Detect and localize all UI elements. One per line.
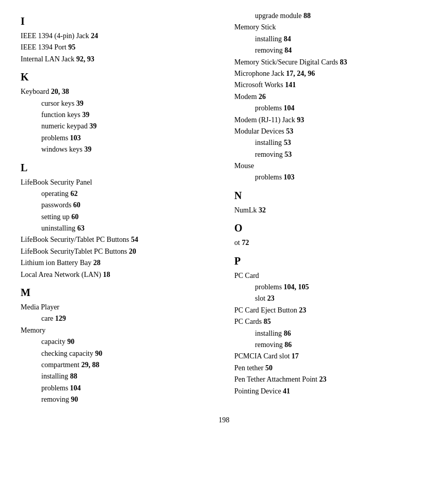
index-entry: ot 72	[234, 237, 427, 249]
index-entry: LifeBook Security Panel	[21, 177, 214, 188]
index-entry: Modular Devices 53	[234, 126, 427, 137]
section-letter: K	[21, 71, 214, 83]
index-entry: removing 53	[234, 149, 427, 160]
index-entry: uninstalling 63	[21, 223, 214, 234]
index-entry: problems 103	[234, 172, 427, 183]
index-entry: setting up 60	[21, 211, 214, 223]
section-letter: O	[234, 222, 427, 234]
index-entry: IEEE 1394 Port 95	[21, 42, 214, 53]
index-entry: Memory Stick	[234, 22, 427, 33]
index-entry: installing 53	[234, 137, 427, 149]
index-entry: PC Card Eject Button 23	[234, 305, 427, 316]
index-entry: PC Cards 85	[234, 316, 427, 327]
index-entry: installing 88	[21, 371, 214, 382]
index-entry: NumLk 32	[234, 205, 427, 216]
index-entry: function keys 39	[21, 109, 214, 121]
index-entry: problems 104	[21, 383, 214, 394]
index-entry: Microsoft Works 141	[234, 79, 427, 91]
index-entry: checking capacity 90	[21, 348, 214, 359]
index-entry: problems 103	[21, 133, 214, 144]
index-entry: removing 90	[21, 394, 214, 405]
index-entry: Pen Tether Attachment Point 23	[234, 374, 427, 385]
section-letter: N	[234, 190, 427, 202]
index-entry: Lithium ion Battery Bay 28	[21, 257, 214, 269]
index-entry: windows keys 39	[21, 144, 214, 155]
index-entry: compartment 29, 88	[21, 359, 214, 371]
index-entry: Memory	[21, 325, 214, 336]
index-entry: Keyboard 20, 38	[21, 86, 214, 97]
index-entry: Pointing Device 41	[234, 386, 427, 397]
index-entry: PCMCIA Card slot 17	[234, 351, 427, 362]
index-entry: Modem 26	[234, 91, 427, 103]
column-right: upgrade module 88Memory Stickinstalling …	[224, 10, 427, 406]
index-entry: Internal LAN Jack 92, 93	[21, 54, 214, 65]
section-letter: I	[21, 15, 214, 27]
index-entry: installing 84	[234, 34, 427, 45]
index-entry: Local Area Network (LAN) 18	[21, 269, 214, 281]
index-entry: removing 84	[234, 45, 427, 56]
index-entry: capacity 90	[21, 336, 214, 348]
index-entry: LifeBook Security/Tablet PC Buttons 54	[21, 234, 214, 245]
index-entry: Memory Stick/Secure Digital Cards 83	[234, 57, 427, 68]
section-letter: P	[234, 255, 427, 267]
index-entry: Media Player	[21, 302, 214, 313]
section-letter: L	[21, 162, 214, 174]
index-entry: slot 23	[234, 293, 427, 304]
column-left: IIEEE 1394 (4-pin) Jack 24IEEE 1394 Port…	[21, 10, 224, 406]
index-entry: LifeBook SecurityTablet PC Buttons 20	[21, 246, 214, 257]
index-entry: numeric keypad 39	[21, 121, 214, 132]
index-entry: upgrade module 88	[234, 10, 427, 22]
index-entry: Pen tether 50	[234, 363, 427, 374]
index-entry: problems 104	[234, 103, 427, 114]
index-entry: Microphone Jack 17, 24, 96	[234, 68, 427, 79]
page-container: IIEEE 1394 (4-pin) Jack 24IEEE 1394 Port…	[21, 10, 427, 406]
index-entry: passwords 60	[21, 200, 214, 211]
index-entry: installing 86	[234, 328, 427, 339]
index-entry: IEEE 1394 (4-pin) Jack 24	[21, 30, 214, 42]
index-entry: cursor keys 39	[21, 98, 214, 109]
section-letter: M	[21, 287, 214, 299]
index-entry: care 129	[21, 313, 214, 324]
index-entry: Modem (RJ-11) Jack 93	[234, 114, 427, 126]
index-entry: operating 62	[21, 188, 214, 200]
index-entry: Mouse	[234, 160, 427, 172]
page-number: 198	[21, 416, 427, 424]
index-entry: PC Card	[234, 270, 427, 282]
index-entry: removing 86	[234, 339, 427, 351]
index-entry: problems 104, 105	[234, 282, 427, 293]
